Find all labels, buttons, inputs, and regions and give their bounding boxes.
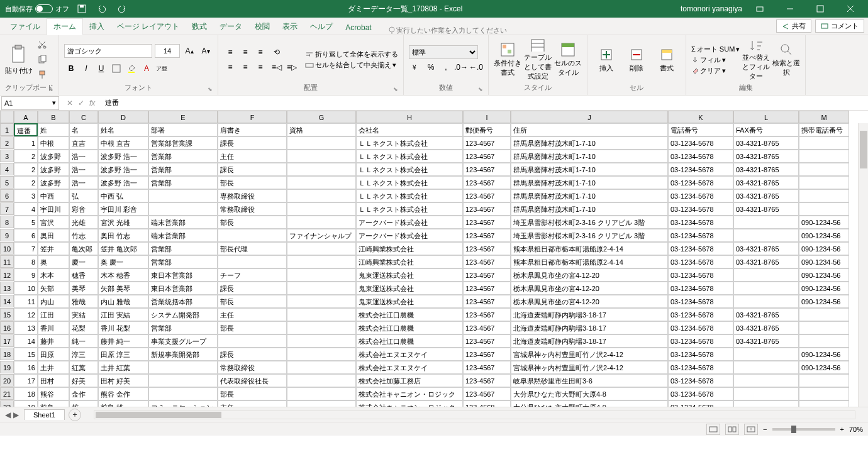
data-cell[interactable]: 専務取締役 — [218, 189, 287, 202]
data-cell[interactable]: 笠井 — [38, 242, 69, 255]
align-top-button[interactable]: ≡ — [223, 45, 237, 59]
data-cell[interactable]: 営業部営業課 — [148, 136, 218, 150]
data-cell[interactable]: 株式会社江口農機 — [356, 308, 463, 321]
header-cell[interactable]: 連番 — [14, 123, 38, 136]
data-cell[interactable]: 株式会社キャニオン・ロジック — [356, 400, 463, 407]
tab-review[interactable]: 校閲 — [248, 19, 276, 35]
data-cell[interactable]: 営業部 — [148, 176, 218, 189]
data-cell[interactable]: 営業部 — [148, 321, 218, 334]
data-cell[interactable]: 03-1234-5678 — [668, 268, 733, 282]
data-cell[interactable]: 12 — [14, 308, 38, 321]
col-header[interactable]: A — [14, 111, 38, 123]
data-cell[interactable]: 穂香 — [69, 268, 98, 282]
data-cell[interactable]: 浩一 — [69, 163, 98, 176]
data-cell[interactable]: 花梨 — [69, 321, 98, 334]
data-cell[interactable]: 金作 — [69, 387, 98, 400]
data-cell[interactable] — [287, 400, 356, 407]
horizontal-scrollbar[interactable] — [94, 410, 855, 419]
data-cell[interactable]: 光雄 — [69, 216, 98, 229]
data-cell[interactable]: 岐阜県黙砂里市生田町3-6 — [511, 374, 668, 387]
sheet-nav-next-icon[interactable]: ▶ — [13, 410, 19, 419]
data-cell[interactable]: 課長 — [218, 136, 287, 150]
data-cell[interactable]: 8 — [14, 255, 38, 268]
sort-filter-button[interactable]: 並べ替えとフィルター — [742, 38, 770, 81]
data-cell[interactable]: 栃木県鳳見市坐の宮4-12-20 — [511, 282, 668, 295]
data-cell[interactable]: 123-4567 — [463, 282, 511, 295]
data-cell[interactable]: 内山 雅哉 — [98, 295, 148, 308]
data-cell[interactable]: 15 — [14, 348, 38, 361]
data-cell[interactable]: 課長 — [218, 163, 287, 176]
fx-icon[interactable]: fx — [89, 99, 95, 107]
data-cell[interactable]: 株式会社エヌエヌケイ — [356, 361, 463, 374]
data-cell[interactable] — [218, 229, 287, 242]
data-cell[interactable]: 群馬県磨陣村茂木町1-7-10 — [511, 202, 668, 216]
undo-icon[interactable] — [94, 1, 109, 16]
tab-view[interactable]: 表示 — [276, 19, 304, 35]
data-cell[interactable]: 123-4567 — [463, 295, 511, 308]
data-cell[interactable]: 11 — [14, 295, 38, 308]
data-cell[interactable]: 03-1234-5678 — [668, 387, 733, 400]
data-cell[interactable]: 090-1234-56 — [799, 216, 849, 229]
tab-home[interactable]: ホーム — [47, 18, 83, 35]
data-cell[interactable]: 熊谷 — [38, 387, 69, 400]
cell-styles-button[interactable]: セルのスタイル — [554, 38, 582, 81]
orientation-button[interactable]: ⟲ — [270, 45, 284, 59]
col-header[interactable]: E — [148, 111, 218, 123]
data-cell[interactable]: 熊本県粗日都市栃本町湯船原2-4-14 — [511, 242, 668, 255]
tab-acrobat[interactable]: Acrobat — [339, 21, 377, 35]
align-bottom-button[interactable]: ≡ — [253, 45, 267, 59]
row-header[interactable]: 5 — [0, 176, 14, 189]
data-cell[interactable]: 宇田川 彩音 — [98, 202, 148, 216]
font-size-select[interactable] — [155, 44, 180, 58]
data-cell[interactable]: 常務取締役 — [218, 361, 287, 374]
increase-font-button[interactable]: A▴ — [182, 44, 196, 58]
conditional-format-button[interactable]: 条件付き書式 — [494, 38, 521, 81]
data-cell[interactable]: ＬＬネクスト株式会社 — [356, 176, 463, 189]
data-cell[interactable]: 03-1234-5678 — [668, 150, 733, 163]
tab-file[interactable]: ファイル — [4, 19, 47, 35]
row-header[interactable]: 10 — [0, 242, 14, 255]
col-header[interactable]: M — [799, 111, 849, 123]
col-header[interactable]: J — [511, 111, 668, 123]
data-cell[interactable]: 中西 — [38, 189, 69, 202]
data-cell[interactable] — [287, 374, 356, 387]
data-cell[interactable]: 123-4567 — [463, 176, 511, 189]
data-cell[interactable]: 19 — [14, 400, 38, 407]
data-cell[interactable]: 埼玉県雪影村桜木町2-3-16 クリアビル 3階 — [511, 229, 668, 242]
data-cell[interactable] — [287, 308, 356, 321]
data-cell[interactable]: 事業支援グループ — [148, 334, 218, 348]
data-cell[interactable] — [799, 374, 849, 387]
data-cell[interactable] — [733, 229, 799, 242]
data-cell[interactable]: チーフ — [218, 268, 287, 282]
data-cell[interactable]: 部長 — [218, 176, 287, 189]
header-cell[interactable]: 住所 — [511, 123, 668, 136]
data-cell[interactable]: 実結 — [69, 308, 98, 321]
data-cell[interactable]: 03-4321-8765 — [733, 176, 799, 189]
select-all-corner[interactable] — [0, 111, 14, 123]
data-cell[interactable]: 株式会社エヌエヌケイ — [356, 348, 463, 361]
data-cell[interactable]: 香川 — [38, 321, 69, 334]
data-cell[interactable]: 営業統括本部 — [148, 295, 218, 308]
data-cell[interactable]: 宇田川 — [38, 202, 69, 216]
data-cell[interactable]: 03-1234-5678 — [668, 176, 733, 189]
data-cell[interactable] — [733, 268, 799, 282]
data-cell[interactable]: 江崎興業株式会社 — [356, 255, 463, 268]
header-cell[interactable]: 肩書き — [218, 123, 287, 136]
col-header[interactable]: I — [463, 111, 511, 123]
comma-button[interactable]: , — [439, 60, 453, 74]
align-middle-button[interactable]: ≡ — [238, 45, 252, 59]
zoom-out-button[interactable]: − — [763, 426, 767, 433]
clipboard-launcher-icon[interactable]: ⬊ — [48, 86, 53, 92]
data-cell[interactable]: 03-4321-8765 — [733, 202, 799, 216]
data-cell[interactable]: 江田 実結 — [98, 308, 148, 321]
data-cell[interactable] — [799, 321, 849, 334]
data-cell[interactable]: 雄一 — [69, 400, 98, 407]
data-cell[interactable]: 123-4567 — [463, 229, 511, 242]
data-cell[interactable]: 123-4567 — [463, 334, 511, 348]
data-cell[interactable]: 弘 — [69, 189, 98, 202]
data-cell[interactable]: 090-1234-56 — [799, 268, 849, 282]
clear-button[interactable]: クリア ▾ — [691, 66, 740, 75]
data-cell[interactable]: 浩一 — [69, 150, 98, 163]
data-cell[interactable]: 紅葉 — [69, 361, 98, 374]
data-cell[interactable]: 18 — [14, 387, 38, 400]
